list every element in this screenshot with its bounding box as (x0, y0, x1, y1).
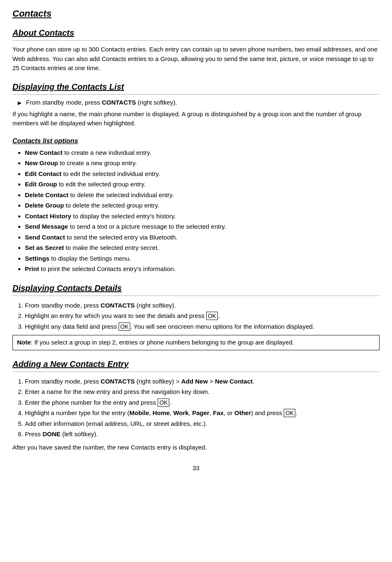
contacts-list-options-section: Contacts list options New Contact to cre… (12, 137, 380, 274)
about-title: About Contacts (12, 28, 380, 38)
displaying-details-divider (12, 296, 380, 296)
ok-box: OK (284, 409, 295, 417)
list-item: Delete Contact to delete the selected in… (25, 190, 380, 200)
about-section: About Contacts Your phone can store up t… (12, 28, 380, 73)
contacts-list-options-title: Contacts list options (12, 137, 380, 145)
list-item: Press DONE (left softkey). (25, 429, 380, 440)
displaying-list-body: If you highlight a name, the main phone … (12, 110, 380, 128)
list-item: Send Message to send a text or a picture… (25, 221, 380, 232)
list-item: Highlight an entry for which you want to… (25, 310, 380, 321)
ok-box: OK (119, 323, 130, 331)
note-text: : If you select a group in step 2, entri… (31, 339, 294, 346)
list-item: Settings to display the Settings menu. (25, 253, 380, 264)
list-item: Enter the phone number for the entry and… (25, 397, 380, 408)
list-item: Print to print the selected Contacts ent… (25, 264, 380, 274)
about-divider (12, 40, 380, 41)
contacts-list-options-list: New Contact to create a new individual e… (25, 147, 380, 274)
adding-new-footer: After you have saved the number, the new… (12, 443, 380, 452)
note-label: Note (17, 339, 31, 346)
displaying-list-arrow-text: From standby mode, press CONTACTS (right… (26, 99, 177, 106)
list-item: From standby mode, press CONTACTS (right… (25, 300, 380, 311)
displaying-details-title: Displaying Contacts Details (12, 283, 380, 293)
page-title: Contacts (12, 8, 380, 19)
displaying-list-divider (12, 94, 380, 95)
arrow-symbol: ► (17, 99, 23, 106)
adding-new-section: Adding a New Contacts Entry From standby… (12, 359, 380, 452)
displaying-details-section: Displaying Contacts Details From standby… (12, 283, 380, 350)
list-item: Edit Group to edit the selected group en… (25, 179, 380, 190)
list-item: Set as Secret to make the selected entry… (25, 242, 380, 253)
list-item: Edit Contact to edit the selected indivi… (25, 169, 380, 179)
list-item: Add other information (email address, UR… (25, 418, 380, 429)
list-item: Enter a name for the new entry and press… (25, 386, 380, 397)
page-number: 33 (12, 464, 380, 472)
about-body: Your phone can store up to 300 Contacts … (12, 45, 380, 73)
note-box: Note: If you select a group in step 2, e… (12, 335, 380, 350)
list-item: Highlight any data field and press OK. Y… (25, 321, 380, 332)
list-item: Send Contact to send the selected entry … (25, 232, 380, 243)
displaying-list-title: Displaying the Contacts List (12, 82, 380, 92)
adding-new-title: Adding a New Contacts Entry (12, 359, 380, 369)
displaying-list-arrow-item: ► From standby mode, press CONTACTS (rig… (17, 99, 380, 106)
displaying-details-steps: From standby mode, press CONTACTS (right… (25, 300, 380, 332)
adding-new-divider (12, 371, 380, 372)
adding-new-steps: From standby mode, press CONTACTS (right… (25, 376, 380, 440)
displaying-list-section: Displaying the Contacts List ► From stan… (12, 82, 380, 128)
list-item: Highlight a number type for the entry (M… (25, 408, 380, 418)
list-item: Delete Group to delete the selected grou… (25, 200, 380, 211)
ok-box: OK (158, 398, 169, 407)
list-item: From standby mode, press CONTACTS (right… (25, 376, 380, 387)
list-item: New Group to create a new group entry. (25, 158, 380, 169)
list-item: Contact History to display the selected … (25, 211, 380, 222)
ok-box: OK (206, 312, 218, 320)
list-item: New Contact to create a new individual e… (25, 147, 380, 158)
